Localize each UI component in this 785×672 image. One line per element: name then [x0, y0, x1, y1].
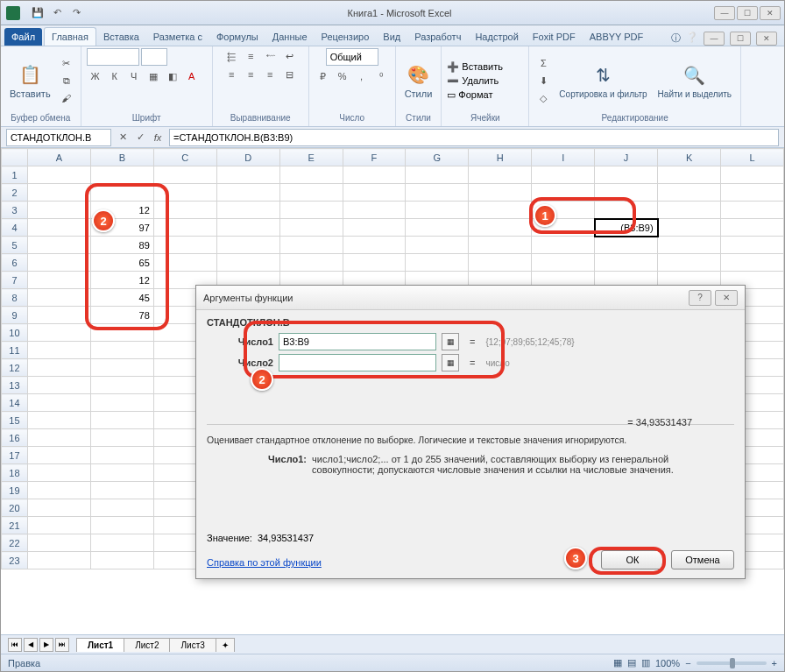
ok-button[interactable]: ОК: [601, 550, 664, 569]
paste-button[interactable]: 📋Вставить: [6, 60, 54, 101]
sheet-tab-3[interactable]: Лист3: [169, 638, 216, 652]
dialog-help-button[interactable]: ?: [689, 290, 711, 306]
row-header-6[interactable]: 6: [2, 254, 28, 272]
cell-B16[interactable]: [90, 429, 153, 447]
cell-I3[interactable]: [532, 202, 595, 219]
cut-button[interactable]: ✂: [58, 55, 75, 71]
cell-B21[interactable]: [90, 517, 153, 534]
col-header-K[interactable]: K: [658, 149, 721, 166]
cell-C6[interactable]: [153, 254, 216, 272]
mdi-max-button[interactable]: ☐: [730, 32, 751, 46]
view-normal-button[interactable]: ▦: [613, 657, 622, 668]
tab-home[interactable]: Главная: [44, 27, 96, 46]
ribbon-minimize-icon[interactable]: ⓘ: [671, 32, 681, 46]
cell-H6[interactable]: [469, 254, 532, 272]
row-header-3[interactable]: 3: [2, 202, 28, 219]
cell-B4[interactable]: 97: [90, 219, 153, 237]
sheet-new-button[interactable]: ✦: [216, 638, 235, 652]
col-header-F[interactable]: F: [343, 149, 406, 166]
cell-A23[interactable]: [27, 552, 90, 569]
cell-D5[interactable]: [216, 237, 279, 254]
underline-button[interactable]: Ч: [125, 68, 143, 84]
cancel-formula-button[interactable]: ✕: [115, 130, 131, 145]
cell-B10[interactable]: [90, 324, 153, 342]
col-header-A[interactable]: A: [27, 149, 90, 166]
cell-J6[interactable]: [595, 254, 658, 272]
cell-G2[interactable]: [406, 184, 469, 202]
enter-formula-button[interactable]: ✓: [132, 130, 148, 145]
cell-I1[interactable]: [532, 166, 595, 184]
row-header-21[interactable]: 21: [2, 517, 28, 534]
cell-A4[interactable]: [27, 219, 90, 237]
cell-J3[interactable]: [595, 202, 658, 219]
cell-L5[interactable]: [721, 237, 784, 254]
row-header-11[interactable]: 11: [2, 342, 28, 359]
cell-B9[interactable]: 78: [90, 307, 153, 324]
cell-A13[interactable]: [27, 377, 90, 394]
cell-L2[interactable]: [721, 184, 784, 202]
fill-color-button[interactable]: ◧: [164, 68, 181, 84]
row-header-18[interactable]: 18: [2, 464, 28, 482]
cell-C2[interactable]: [153, 184, 216, 202]
tab-file[interactable]: Файл: [4, 28, 42, 46]
cell-B13[interactable]: [90, 377, 153, 394]
cell-J5[interactable]: [595, 237, 658, 254]
cell-H1[interactable]: [469, 166, 532, 184]
cell-H5[interactable]: [469, 237, 532, 254]
mdi-close-button[interactable]: ✕: [756, 32, 777, 46]
align-top-button[interactable]: ⬱: [223, 48, 240, 64]
cell-A16[interactable]: [27, 429, 90, 447]
dialog-close-button[interactable]: ✕: [715, 290, 738, 306]
cell-A6[interactable]: [27, 254, 90, 272]
cell-H4[interactable]: [469, 219, 532, 237]
sheet-first-button[interactable]: ⏮: [8, 638, 22, 652]
row-header-2[interactable]: 2: [2, 184, 28, 202]
cell-D2[interactable]: [216, 184, 279, 202]
row-header-20[interactable]: 20: [2, 499, 28, 517]
cell-B1[interactable]: [90, 166, 153, 184]
row-header-1[interactable]: 1: [2, 166, 28, 184]
tab-view[interactable]: Вид: [376, 28, 407, 46]
row-header-15[interactable]: 15: [2, 412, 28, 429]
cell-B3[interactable]: 12: [90, 202, 153, 219]
help-icon[interactable]: ❔: [686, 32, 698, 46]
col-header-J[interactable]: J: [595, 149, 658, 166]
cell-K6[interactable]: [658, 254, 721, 272]
clear-button[interactable]: ◇: [534, 90, 552, 106]
maximize-button[interactable]: ☐: [737, 6, 758, 20]
copy-button[interactable]: ⧉: [58, 73, 75, 88]
formula-input[interactable]: =СТАНДОТКЛОН.В(B3:B9): [169, 129, 779, 146]
cell-F3[interactable]: [343, 202, 406, 219]
row-header-4[interactable]: 4: [2, 219, 28, 237]
row-header-12[interactable]: 12: [2, 359, 28, 377]
row-header-5[interactable]: 5: [2, 237, 28, 254]
cell-B12[interactable]: [90, 359, 153, 377]
cells-insert-button[interactable]: Вставить: [462, 61, 503, 72]
cell-C1[interactable]: [153, 166, 216, 184]
comma-button[interactable]: ,: [353, 68, 371, 84]
cell-K2[interactable]: [658, 184, 721, 202]
tab-developer[interactable]: Разработч: [407, 28, 468, 46]
cell-D1[interactable]: [216, 166, 279, 184]
tab-foxit[interactable]: Foxit PDF: [526, 28, 583, 46]
cell-I4[interactable]: [532, 219, 595, 237]
cell-E2[interactable]: [279, 184, 343, 202]
cell-A15[interactable]: [27, 412, 90, 429]
italic-button[interactable]: К: [106, 68, 124, 84]
cell-B23[interactable]: [90, 552, 153, 569]
arg2-ref-button[interactable]: ▦: [442, 354, 459, 371]
cell-B19[interactable]: [90, 482, 153, 499]
row-header-17[interactable]: 17: [2, 447, 28, 464]
wrap-button[interactable]: ↩: [280, 48, 298, 64]
cell-G4[interactable]: [406, 219, 469, 237]
cell-I2[interactable]: [532, 184, 595, 202]
zoom-slider[interactable]: [697, 661, 767, 665]
cell-B2[interactable]: [90, 184, 153, 202]
cell-B5[interactable]: 89: [90, 237, 153, 254]
row-header-16[interactable]: 16: [2, 429, 28, 447]
cell-K3[interactable]: [658, 202, 721, 219]
cell-B17[interactable]: [90, 447, 153, 464]
cell-G5[interactable]: [406, 237, 469, 254]
cell-H2[interactable]: [469, 184, 532, 202]
cell-B14[interactable]: [90, 394, 153, 412]
